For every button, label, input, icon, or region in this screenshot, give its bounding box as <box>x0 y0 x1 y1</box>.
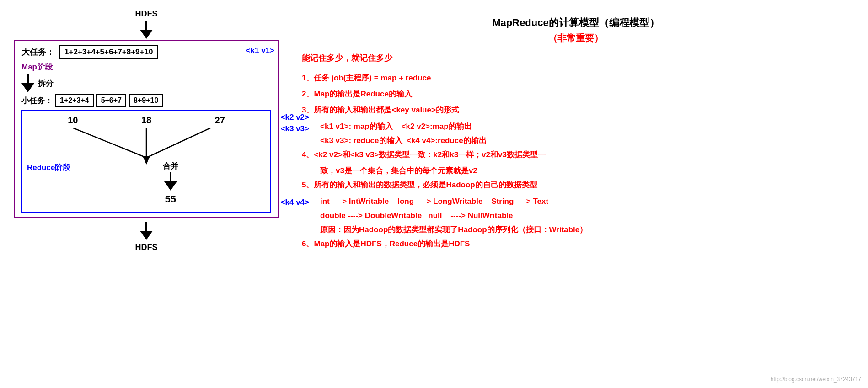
kv3-label: <k3 v3> <box>281 124 309 133</box>
big-task-row: 大任务： 1+2+3+4+5+6+7+8+9+10 <k1 v1> <box>21 45 271 59</box>
svg-line-0 <box>73 128 146 158</box>
point-2-number: 2、 <box>302 90 314 98</box>
memo-text: 能记住多少，就记住多少 <box>302 53 850 64</box>
arrow-to-hdfs-bottom <box>140 222 153 240</box>
small-task-3: 8+9+10 <box>129 94 163 107</box>
kv1-label: <k1 v1> <box>246 46 274 55</box>
point-6-text: Map的输入是HDFS，Reduce的输出是HDFS <box>314 239 470 248</box>
merge-label: 合并 <box>163 161 178 171</box>
split-row: 拆分 <box>21 74 271 92</box>
point-3-text: 所有的输入和输出都是<key value>的形式 <box>314 106 459 114</box>
point-indent-2-text: <k3 v3>: reduce的输入 <k4 v4>:reduce的输出 <box>320 136 487 145</box>
point-2-text: Map的输出是Reduce的输入 <box>314 90 412 98</box>
merge-arrow <box>164 172 177 191</box>
point-4-number: 4、 <box>302 150 314 159</box>
watermark: http://blog.csdn.net/weixin_37243717 <box>771 376 861 383</box>
right-header: MapReduce的计算模型（编程模型） （非常重要） <box>302 9 850 44</box>
point-5-indent-1-text: int ----> IntWritable long ----> LongWri… <box>320 197 548 206</box>
big-task-content: 1+2+3+4+5+6+7+8+9+10 <box>59 45 158 59</box>
point-6: 6、Map的输入是HDFS，Reduce的输出是HDFS <box>302 238 850 250</box>
point-5-indent-3-text: 原因：因为Hadoop的数据类型都实现了Hadoop的序列化（接口：Writab… <box>320 225 587 234</box>
split-arrow <box>21 74 34 92</box>
point-indent-2: <k3 v3>: reduce的输入 <k4 v4>:reduce的输出 <box>320 134 850 147</box>
arrow-hdfs-to-big <box>140 21 153 39</box>
text-area: MapReduce的计算模型（编程模型） （非常重要） 能记住多少，就记住多少 … <box>293 0 868 388</box>
point-5-text: 所有的输入和输出的数据类型，必须是Hadoop的自己的数据类型 <box>314 181 537 189</box>
point-5-indent-3: 原因：因为Hadoop的数据类型都实现了Hadoop的序列化（接口：Writab… <box>320 223 850 236</box>
result-number: 55 <box>165 193 176 205</box>
number-18: 18 <box>141 115 151 126</box>
subtitle: （非常重要） <box>302 32 850 44</box>
numbers-row: 10 18 27 <box>27 115 266 126</box>
point-indent-1: <k1 v1>: map的输入 <k2 v2>:map的输出 <box>320 120 850 133</box>
point-5-number: 5、 <box>302 181 314 189</box>
point-6-number: 6、 <box>302 239 314 248</box>
point-5-indent-2-text: double ----> DoubleWritable null ----> N… <box>320 211 513 220</box>
reduce-box: 10 18 27 <k2 v2> <k3 v3> <box>21 110 271 213</box>
point-3: 3、所有的输入和输出都是<key value>的形式 <box>302 104 850 116</box>
main-title: MapReduce的计算模型（编程模型） <box>302 9 850 32</box>
split-label: 拆分 <box>38 78 54 89</box>
map-phase-label: Map阶段 <box>21 62 271 72</box>
reduce-merge-row: Reduce阶段 合并 55 <box>27 160 266 207</box>
point-5-indent-2: double ----> DoubleWritable null ----> N… <box>320 209 850 222</box>
reduce-phase-label: Reduce阶段 <box>27 162 70 173</box>
page-container: HDFS 大任务： 1+2+3+4+5+6+7+8+9+10 <k1 v1> M… <box>0 0 868 388</box>
hdfs-bottom-label: HDFS <box>135 243 158 252</box>
point-4-text: <k2 v2>和<k3 v3>数据类型一致：k2和k3一样；v2和v3数据类型一 <box>314 150 545 159</box>
point-indent-1-text: <k1 v1>: map的输入 <k2 v2>:map的输出 <box>320 122 472 131</box>
small-tasks-row: 小任务： 1+2+3+4 5+6+7 8+9+10 <box>21 94 271 107</box>
point-1-text: 任务 job(主程序) = map + reduce <box>314 74 431 82</box>
big-task-box: 大任务： 1+2+3+4+5+6+7+8+9+10 <k1 v1> Map阶段 … <box>14 40 279 218</box>
kv2-label: <k2 v2> <box>281 113 309 122</box>
svg-line-2 <box>146 128 210 158</box>
number-10: 10 <box>68 115 78 126</box>
point-2: 2、Map的输出是Reduce的输入 <box>302 88 850 100</box>
point-4-indent-text: 致，v3是一个集合，集合中的每个元素就是v2 <box>320 166 477 175</box>
point-5: 5、所有的输入和输出的数据类型，必须是Hadoop的自己的数据类型 <box>302 179 850 191</box>
diagram-area: HDFS 大任务： 1+2+3+4+5+6+7+8+9+10 <k1 v1> M… <box>0 0 293 388</box>
point-4-indent: 致，v3是一个集合，集合中的每个元素就是v2 <box>320 165 850 177</box>
point-1: 1、任务 job(主程序) = map + reduce <box>302 72 850 84</box>
point-4: 4、<k2 v2>和<k3 v3>数据类型一致：k2和k3一样；v2和v3数据类… <box>302 149 850 161</box>
big-task-label: 大任务： <box>21 47 54 58</box>
small-task-2: 5+6+7 <box>96 94 126 107</box>
small-task-label: 小任务： <box>21 96 53 106</box>
small-task-1: 1+2+3+4 <box>55 94 94 107</box>
merge-row: 合并 55 <box>75 161 266 207</box>
points-list: 1、任务 job(主程序) = map + reduce 2、Map的输出是Re… <box>302 72 850 250</box>
kv4-label: <k4 v4> <box>281 198 309 207</box>
point-5-indent-1: int ----> IntWritable long ----> LongWri… <box>320 195 850 207</box>
number-27: 27 <box>215 115 225 126</box>
hdfs-top-label: HDFS <box>135 9 158 19</box>
point-1-number: 1、 <box>302 74 314 82</box>
converge-svg <box>27 128 266 165</box>
